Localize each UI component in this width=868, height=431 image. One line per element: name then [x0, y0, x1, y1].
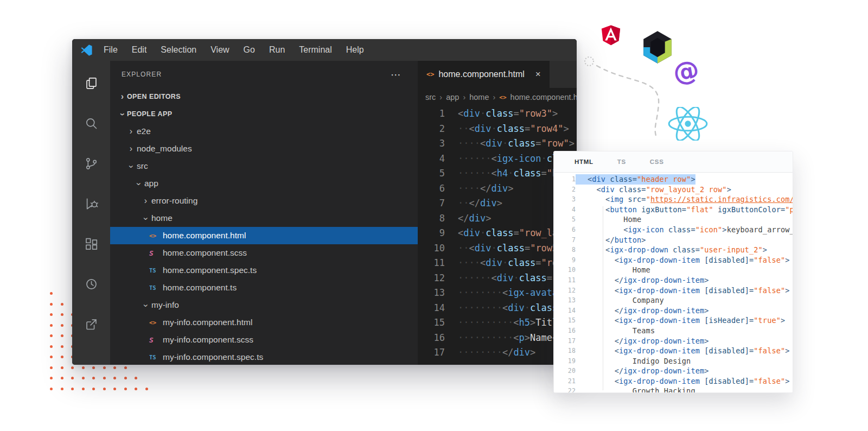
folder-node-modules[interactable]: ›node_modules: [110, 140, 418, 157]
menu-run[interactable]: Run: [262, 45, 292, 55]
folder-e2e[interactable]: ›e2e: [110, 123, 418, 140]
code-line[interactable]: 2 <div class="row_layout_2 row">: [554, 185, 793, 195]
decor-dot: [113, 366, 116, 369]
code-line-text: ····</div>: [452, 181, 513, 197]
line-number: 18: [554, 346, 576, 356]
code-line[interactable]: 11 </igx-drop-down-item>: [554, 275, 793, 286]
folder-app[interactable]: ›app: [110, 175, 418, 192]
explorer-icon[interactable]: [72, 63, 110, 103]
code-line[interactable]: 9 <igx-drop-down-item [disabled]="false"…: [554, 255, 793, 265]
search-icon[interactable]: [72, 103, 110, 143]
chevron-right-icon: ›: [439, 93, 442, 102]
code-line[interactable]: 21 <igx-drop-down-item [disabled]="false…: [554, 376, 793, 386]
code-line[interactable]: 5 Home: [554, 214, 793, 225]
menu-edit[interactable]: Edit: [125, 45, 154, 55]
code-line[interactable]: 20 </igx-drop-down-item>: [554, 366, 793, 376]
code-line[interactable]: 6 <igx-icon class="icon">keyboard_arrow_…: [554, 225, 793, 235]
line-number: 11: [418, 256, 452, 271]
panel-tab-ts[interactable]: TS: [605, 151, 638, 172]
code-line[interactable]: 15 <igx-drop-down-item [isHeader]="true"…: [554, 315, 793, 326]
run-debug-icon[interactable]: [72, 183, 110, 224]
editor-tab-bar: <> home.component.html ×: [418, 61, 577, 88]
tab-home-component-html[interactable]: <> home.component.html ×: [418, 61, 550, 88]
code-line[interactable]: 10 Home: [554, 265, 793, 275]
folder-error-routing[interactable]: ›error-routing: [110, 192, 418, 210]
code-line[interactable]: 7 </button>: [554, 235, 793, 245]
source-control-icon[interactable]: [72, 143, 110, 183]
project-root[interactable]: › PEOPLE APP: [110, 105, 418, 123]
indent-guide: [603, 206, 603, 390]
menu-terminal[interactable]: Terminal: [292, 45, 339, 55]
decor-dot: [82, 388, 85, 390]
code-line[interactable]: 17 </igx-drop-down-item>: [554, 336, 793, 346]
decor-dot: [61, 345, 63, 348]
file-home-component-ts[interactable]: TShome.component.ts: [110, 279, 418, 296]
breadcrumb-item[interactable]: home: [469, 93, 489, 102]
file-my-info-component-scss[interactable]: Smy-info.component.scss: [110, 331, 418, 348]
clock-icon[interactable]: [72, 264, 110, 304]
angular-logo: [598, 22, 623, 48]
code-line-text: Home: [576, 214, 641, 225]
line-number: 2: [418, 122, 452, 137]
file-home-component-spec-ts[interactable]: TShome.component.spec.ts: [110, 262, 418, 279]
code-line-text: </igx-drop-down-item>: [576, 366, 709, 376]
file-home-component-scss[interactable]: Shome.component.scss: [110, 244, 418, 262]
tree-item-label: error-routing: [151, 196, 197, 206]
menu-go[interactable]: Go: [237, 45, 262, 55]
code-line[interactable]: 16 Teams: [554, 326, 793, 336]
menu-file[interactable]: File: [97, 45, 125, 55]
code-line[interactable]: 13 Company: [554, 295, 793, 306]
chevron-right-icon: ›: [141, 196, 150, 206]
chevron-down-icon: ›: [134, 179, 144, 188]
web-components-logo: [642, 30, 673, 64]
code-line[interactable]: 1<div class="header row">: [554, 174, 793, 185]
decor-dot: [61, 303, 63, 306]
share-icon[interactable]: [72, 304, 110, 344]
breadcrumb-item[interactable]: src: [425, 93, 436, 102]
decor-dot: [103, 377, 106, 379]
code-line[interactable]: 19 Indigo Design: [554, 356, 793, 366]
code-line[interactable]: 1<div·class="row3">: [418, 106, 577, 122]
folder-home[interactable]: ›home: [110, 210, 418, 227]
panel-tab-html[interactable]: HTML: [563, 151, 605, 172]
close-tab-icon[interactable]: ×: [535, 69, 541, 80]
code-line[interactable]: 14 </igx-drop-down-item>: [554, 306, 793, 316]
chevron-down-icon: ›: [141, 214, 151, 223]
code-line[interactable]: 3 <img src="https://static.infragistics.…: [554, 194, 793, 205]
file-home-component-html[interactable]: <>home.component.html: [110, 227, 418, 244]
explorer-title: EXPLORER: [122, 71, 162, 78]
menu-view[interactable]: View: [203, 45, 236, 55]
line-number: 1: [554, 174, 576, 185]
open-editors-section[interactable]: › OPEN EDITORS: [110, 88, 418, 105]
code-line-text: <igx-icon class="icon">keyboard_arrow_do…: [576, 225, 793, 235]
panel-tab-css[interactable]: CSS: [638, 151, 676, 172]
breadcrumb-item[interactable]: app: [446, 93, 459, 102]
code-line[interactable]: 18 <igx-drop-down-item [disabled]="false…: [554, 346, 793, 356]
code-line[interactable]: 3····<div·class="row">: [418, 136, 577, 151]
menu-selection[interactable]: Selection: [154, 45, 203, 55]
line-number: 17: [418, 345, 452, 360]
line-number: 10: [554, 265, 576, 275]
code-line-text: </div>: [452, 211, 491, 226]
line-number: 5: [418, 166, 452, 181]
code-line[interactable]: 4 <button igxButton="flat" igxButtonColo…: [554, 205, 793, 215]
code-line[interactable]: 12 <igx-drop-down-item [disabled]="false…: [554, 286, 793, 296]
code-line[interactable]: 2··<div·class="row4">: [418, 122, 577, 137]
file-my-info-component-spec-ts[interactable]: TSmy-info.component.spec.ts: [110, 348, 418, 365]
code-line[interactable]: 22 Growth Hacking: [554, 386, 793, 392]
chevron-right-icon: ›: [493, 93, 496, 102]
line-number: 19: [554, 356, 576, 366]
folder-src[interactable]: ›src: [110, 157, 418, 175]
folder-my-info[interactable]: ›my-info: [110, 296, 418, 314]
breadcrumb-item[interactable]: home.component.html: [510, 93, 577, 102]
decor-dot: [124, 388, 127, 390]
more-actions-icon[interactable]: ⋯: [391, 68, 401, 81]
code-line-text: ····<div·class="row">: [452, 136, 575, 151]
code-line[interactable]: 8 <igx-drop-down class="user-input_2">: [554, 245, 793, 255]
extensions-icon[interactable]: [72, 224, 110, 264]
menu-help[interactable]: Help: [339, 45, 371, 55]
file-my-info-component-html[interactable]: <>my-info.component.html: [110, 314, 418, 331]
line-number: 3: [554, 194, 576, 205]
tree-item-label: my-info: [151, 300, 179, 310]
panel-tab-bar: HTMLTSCSS: [554, 151, 793, 173]
